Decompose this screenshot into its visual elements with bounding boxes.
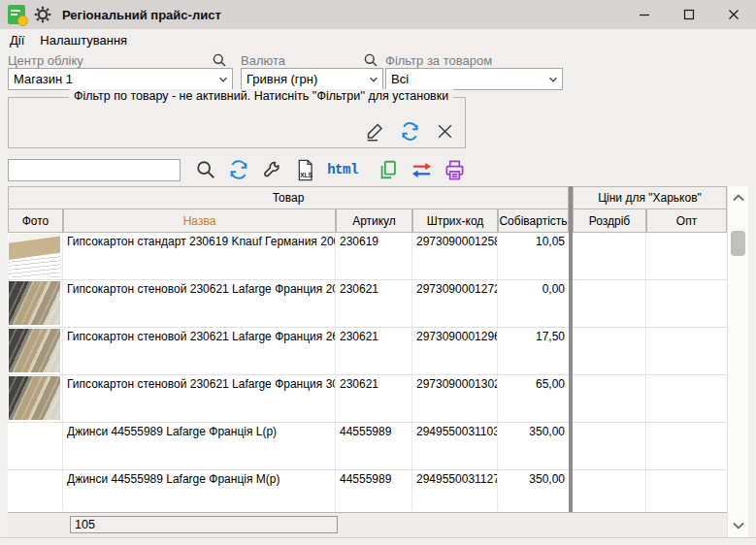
product-photo	[9, 376, 60, 420]
cell-cost: 350,00	[498, 470, 569, 511]
menu-bar: Дії Налаштування	[0, 29, 756, 50]
status-strip	[0, 537, 756, 545]
cell-cost: 350,00	[498, 423, 569, 469]
svg-text:XLS: XLS	[300, 171, 312, 177]
cell-name: Гипсокартон стеновой 230621 Lafarge Фран…	[63, 328, 336, 374]
col-header-name[interactable]: Назва	[63, 209, 336, 233]
cell-barcode: 2973090001302	[412, 375, 498, 422]
scrollbar-thumb[interactable]	[731, 231, 745, 256]
export-xls-icon[interactable]: XLS	[293, 158, 316, 181]
product-filter-select[interactable]: Всі	[385, 68, 563, 90]
cell-retail	[573, 328, 646, 374]
col-header-article[interactable]: Артикул	[336, 209, 412, 233]
cell-photo	[8, 233, 63, 279]
scroll-down-icon[interactable]	[728, 516, 749, 535]
accounting-center-select[interactable]: Магазин 1	[8, 68, 233, 90]
clear-filter-icon[interactable]	[434, 120, 455, 142]
cell-barcode: 2973090001296	[412, 328, 498, 374]
accounting-center-search-icon[interactable]	[212, 52, 227, 68]
col-header-retail[interactable]: Роздріб	[573, 209, 646, 233]
cell-photo	[8, 423, 63, 469]
currency-select[interactable]: Гривня (грн)	[241, 68, 383, 90]
cell-photo	[8, 470, 63, 511]
scroll-up-icon[interactable]	[728, 188, 749, 208]
minimize-button[interactable]	[622, 0, 667, 29]
refresh-filter-icon[interactable]	[399, 120, 420, 142]
app-window: Регіональний прайс-лист Дії Налаштування…	[0, 0, 756, 545]
chevron-down-icon	[214, 74, 232, 85]
export-html-icon[interactable]: html	[326, 158, 359, 181]
table-row[interactable]: Гипсокартон стандарт 230619 Knauf Герман…	[8, 233, 727, 280]
cell-barcode: 2973090001258	[412, 233, 498, 279]
cell-photo	[8, 280, 63, 327]
gear-icon	[33, 5, 52, 24]
close-button[interactable]	[711, 0, 756, 29]
cell-retail	[573, 470, 646, 511]
cell-name: Гипсокартон стандарт 230619 Knauf Герман…	[63, 233, 336, 279]
col-header-cost[interactable]: Собівартість	[498, 209, 569, 233]
accounting-center-label: Центр обліку	[8, 53, 83, 68]
group-header-prices: Ціни для "Харьков"	[573, 186, 727, 209]
cell-retail	[573, 423, 646, 469]
cell-barcode: 2973090001272	[412, 280, 498, 327]
menu-settings[interactable]: Налаштування	[32, 31, 135, 49]
app-icon	[8, 5, 25, 24]
search-icon[interactable]	[194, 158, 217, 181]
table-body: Гипсокартон стандарт 230619 Knauf Герман…	[8, 233, 727, 511]
cell-opt	[646, 375, 727, 422]
product-filter-groupbox: Фільтр по товару - не активний. Натисніт…	[8, 97, 466, 148]
cell-cost: 65,00	[498, 375, 569, 422]
currency-value: Гривня (грн)	[242, 72, 365, 86]
cell-article: 44555989	[336, 470, 412, 511]
filter-status-text: Фільтр по товару - не активний. Натисніт…	[69, 89, 453, 103]
cell-opt	[646, 328, 727, 374]
column-splitter[interactable]	[569, 186, 573, 512]
cell-name: Гипсокартон стеновой 230621 Lafarge Фран…	[63, 280, 336, 327]
table-group-header: Товар Ціни для "Харьков"	[8, 186, 727, 209]
cell-name: Джинси 44555989 Lafarge Франція L(р)	[63, 423, 336, 469]
cell-opt	[646, 280, 727, 327]
cell-article: 230621	[336, 280, 412, 327]
toolbar: XLS html	[8, 155, 748, 184]
vertical-scrollbar[interactable]	[727, 186, 748, 537]
transfer-arrows-icon[interactable]	[410, 158, 433, 181]
cell-article: 230619	[336, 233, 412, 279]
refresh-icon[interactable]	[227, 158, 250, 181]
cell-cost: 10,05	[498, 233, 569, 279]
cell-name: Джинси 44555989 Lafarge Франція М(р)	[63, 470, 336, 511]
product-filter-value: Всі	[386, 72, 544, 86]
product-filter-label: Фільтр за товаром	[385, 53, 492, 68]
cell-photo	[8, 375, 63, 422]
chevron-down-icon	[365, 74, 382, 85]
cell-retail	[573, 375, 646, 422]
table-row[interactable]: Джинси 44555989 Lafarge Франція М(р)4455…	[8, 470, 727, 511]
table-column-header: Фото Назва Артикул Штрих-код Собівартіст…	[8, 209, 727, 233]
menu-actions[interactable]: Дії	[2, 31, 32, 49]
window-title: Регіональний прайс-лист	[62, 8, 221, 22]
group-header-product: Товар	[8, 186, 569, 209]
cell-cost: 0,00	[498, 280, 569, 327]
product-photo	[9, 329, 60, 372]
copy-icon[interactable]	[377, 158, 400, 181]
col-header-photo[interactable]: Фото	[8, 209, 63, 233]
print-icon[interactable]	[443, 158, 466, 181]
table-row[interactable]: Гипсокартон стеновой 230621 Lafarge Фран…	[8, 280, 727, 328]
record-count: 105	[70, 516, 338, 533]
product-photo	[9, 234, 60, 277]
table-row[interactable]: Гипсокартон стеновой 230621 Lafarge Фран…	[8, 375, 727, 423]
table-row[interactable]: Гипсокартон стеновой 230621 Lafarge Фран…	[8, 328, 727, 375]
search-input[interactable]	[8, 159, 181, 181]
maximize-button[interactable]	[667, 0, 711, 29]
edit-filter-icon[interactable]	[364, 120, 385, 142]
cell-retail	[573, 233, 646, 279]
product-photo	[9, 281, 60, 325]
chevron-down-icon	[544, 74, 562, 85]
cell-opt	[646, 470, 727, 511]
col-header-wholesale[interactable]: Опт	[646, 209, 727, 233]
currency-label: Валюта	[241, 53, 285, 68]
settings-wrench-icon[interactable]	[260, 158, 283, 181]
currency-search-icon[interactable]	[363, 52, 378, 68]
cell-barcode: 2949550031103	[412, 423, 498, 469]
col-header-barcode[interactable]: Штрих-код	[412, 209, 498, 233]
table-row[interactable]: Джинси 44555989 Lafarge Франція L(р)4455…	[8, 423, 727, 470]
